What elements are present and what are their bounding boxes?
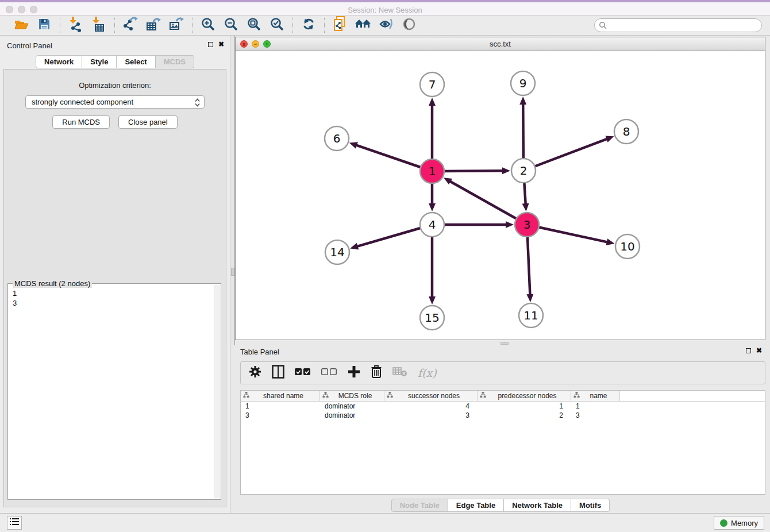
mcds-result-legend: MCDS result (2 nodes): [13, 279, 92, 288]
table-panel-float-button[interactable]: [746, 348, 751, 353]
import-table-button[interactable]: [89, 17, 109, 34]
delete-column-button[interactable]: [371, 365, 382, 381]
table-cell[interactable]: 3: [571, 411, 620, 420]
graph-node-8[interactable]: 8: [614, 119, 638, 144]
node-label: 11: [523, 309, 538, 322]
network-close-button[interactable]: x: [240, 40, 248, 48]
export-table-button[interactable]: [144, 17, 163, 34]
graph-node-1[interactable]: 1: [420, 159, 444, 183]
zoom-fit-button[interactable]: [244, 17, 264, 34]
table-cell[interactable]: 3: [241, 411, 320, 420]
gear-icon: [249, 365, 261, 380]
graph-node-9[interactable]: 9: [511, 71, 535, 95]
table-cell[interactable]: 2: [478, 411, 571, 420]
trash-icon: [371, 365, 382, 381]
column-header-name[interactable]: name: [571, 391, 620, 402]
column-header-MCDS-role[interactable]: MCDS role: [320, 391, 384, 402]
function-builder-button[interactable]: f(x): [418, 367, 437, 379]
column-header-successor-nodes[interactable]: successor nodes: [384, 391, 478, 402]
table-cell[interactable]: 3: [384, 411, 478, 420]
select-all-columns-button[interactable]: [295, 368, 311, 378]
table-panel: Table Panel ✖ f(x) shared nameMCDS roles…: [231, 345, 770, 513]
table-cell[interactable]: dominator: [320, 402, 384, 411]
tab-network-table[interactable]: Network Table: [504, 499, 571, 512]
refresh-button[interactable]: [299, 17, 318, 34]
table-header-row: shared nameMCDS rolesuccessor nodesprede…: [241, 391, 765, 402]
memory-button[interactable]: Memory: [714, 516, 764, 530]
run-mcds-button[interactable]: Run MCDS: [52, 115, 110, 129]
add-column-button[interactable]: [348, 365, 360, 380]
edge-2-8[interactable]: [523, 139, 607, 171]
graph-node-10[interactable]: 10: [615, 234, 640, 259]
unselect-all-columns-button[interactable]: [321, 368, 337, 378]
splitter-handle[interactable]: [500, 342, 509, 345]
zoom-out-icon: [224, 17, 238, 34]
first-neighbors-button[interactable]: [353, 17, 373, 34]
result-scrollbar[interactable]: [214, 285, 220, 498]
network-canvas[interactable]: 7968124314101511: [236, 51, 765, 340]
zoom-selected-button[interactable]: [267, 17, 287, 34]
table-row[interactable]: 3dominator323: [241, 411, 765, 420]
zoom-out-button[interactable]: [221, 17, 241, 34]
node-label: 10: [620, 240, 634, 253]
save-session-button[interactable]: [34, 17, 54, 34]
show-details-button[interactable]: [399, 17, 419, 34]
tab-network[interactable]: Network: [36, 55, 82, 68]
graph-node-3[interactable]: 3: [515, 213, 539, 237]
splitter-handle[interactable]: [231, 268, 234, 276]
horizontal-splitter[interactable]: [235, 341, 765, 345]
close-panel-button[interactable]: Close panel: [118, 115, 178, 129]
table-settings-button[interactable]: [249, 365, 261, 380]
import-table-icon: [91, 16, 106, 34]
table-cell[interactable]: dominator: [320, 411, 384, 420]
tab-edge-table[interactable]: Edge Table: [448, 499, 504, 512]
table-panel-close-button[interactable]: ✖: [756, 347, 762, 354]
mcds-result-text[interactable]: 1 3: [13, 288, 213, 498]
column-header-label: name: [580, 392, 617, 400]
column-header-shared-name[interactable]: shared name: [241, 391, 320, 402]
search-input[interactable]: [594, 18, 762, 32]
open-session-button[interactable]: [11, 17, 31, 34]
duplicate-network-button[interactable]: [330, 17, 350, 34]
export-table-icon: [145, 16, 161, 34]
tab-style[interactable]: Style: [82, 55, 117, 68]
graph-node-6[interactable]: 6: [325, 126, 349, 151]
graph-node-14[interactable]: 14: [325, 240, 349, 264]
export-image-button[interactable]: [167, 17, 186, 34]
tab-mcds[interactable]: MCDS: [156, 55, 194, 68]
table-cell[interactable]: 1: [478, 402, 571, 411]
table-cell[interactable]: 1: [571, 402, 620, 411]
duplicate-network-icon: [332, 16, 348, 35]
import-network-icon: [68, 16, 83, 34]
graph-node-7[interactable]: 7: [420, 72, 444, 97]
window-title: Session: New Session: [0, 5, 770, 16]
tab-motifs[interactable]: Motifs: [571, 499, 610, 512]
show-columns-button[interactable]: [272, 365, 284, 381]
control-panel-close-button[interactable]: ✖: [218, 41, 224, 48]
zoom-in-button[interactable]: [198, 17, 218, 34]
graph-node-2[interactable]: 2: [511, 159, 536, 183]
tab-node-table[interactable]: Node Table: [391, 499, 448, 512]
search-container: [594, 18, 762, 32]
graph-node-11[interactable]: 11: [519, 303, 543, 327]
table-cell[interactable]: 4: [384, 402, 478, 411]
table-panel-title: Table Panel: [240, 348, 763, 358]
network-window-titlebar[interactable]: x − + scc.txt: [236, 37, 765, 51]
table-cell[interactable]: 1: [241, 402, 320, 411]
criterion-select[interactable]: strongly connected component: [25, 95, 205, 109]
control-panel-float-button[interactable]: [208, 42, 213, 47]
node-table[interactable]: shared nameMCDS rolesuccessor nodesprede…: [240, 390, 765, 495]
table-row[interactable]: 1dominator411: [241, 402, 765, 411]
graph-node-15[interactable]: 15: [420, 306, 444, 330]
network-maximize-button[interactable]: +: [263, 40, 271, 48]
network-minimize-button[interactable]: −: [252, 40, 259, 48]
hide-details-button[interactable]: [376, 17, 396, 34]
task-history-button[interactable]: [7, 516, 22, 530]
edge-3-1[interactable]: [450, 182, 527, 225]
graph-node-4[interactable]: 4: [420, 213, 444, 237]
tab-select[interactable]: Select: [117, 55, 155, 68]
column-header-predecessor-nodes[interactable]: predecessor nodes: [478, 391, 571, 402]
delete-table-button[interactable]: [392, 367, 407, 379]
import-network-button[interactable]: [66, 17, 86, 34]
export-network-button[interactable]: [121, 17, 140, 34]
